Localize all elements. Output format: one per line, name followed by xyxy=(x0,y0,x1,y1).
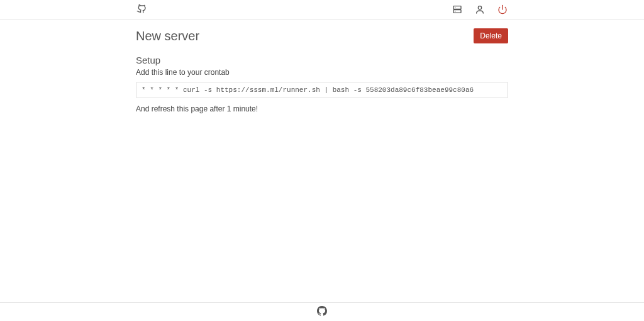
setup-instruction: Add this line to your crontab xyxy=(136,68,508,77)
svg-rect-0 xyxy=(453,6,461,9)
servers-icon[interactable] xyxy=(452,4,463,15)
svg-point-4 xyxy=(478,6,481,9)
delete-button[interactable]: Delete xyxy=(474,28,508,43)
account-icon[interactable] xyxy=(474,4,486,15)
crontab-command-input[interactable] xyxy=(136,82,508,98)
svg-rect-1 xyxy=(453,10,461,13)
setup-heading: Setup xyxy=(136,55,508,65)
power-icon[interactable] xyxy=(497,4,508,15)
setup-after-hint: And refresh this page after 1 minute! xyxy=(136,104,508,113)
page-title: New server xyxy=(136,29,199,43)
app-logo-icon[interactable] xyxy=(136,4,147,15)
top-bar xyxy=(0,0,644,20)
footer xyxy=(0,302,644,321)
github-icon[interactable] xyxy=(317,306,327,318)
